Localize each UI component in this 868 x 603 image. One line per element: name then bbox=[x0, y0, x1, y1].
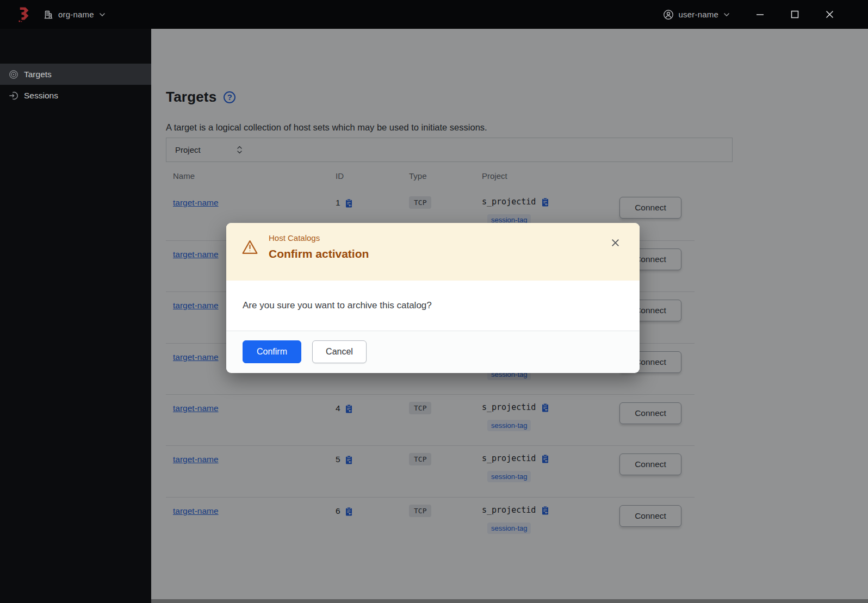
dialog-footer: Confirm Cancel bbox=[226, 331, 640, 372]
close-window-button[interactable] bbox=[825, 10, 834, 19]
sidebar-item-label: Sessions bbox=[24, 91, 58, 101]
cancel-button[interactable]: Cancel bbox=[312, 340, 367, 363]
chevron-down-icon bbox=[99, 13, 106, 17]
app-titlebar: org-name user-name bbox=[0, 0, 868, 29]
sidebar: Targets Sessions bbox=[0, 29, 151, 603]
sessions-icon bbox=[9, 91, 18, 101]
target-icon bbox=[9, 70, 18, 79]
dialog-context: Host Catalogs bbox=[269, 233, 369, 243]
chevron-down-icon bbox=[723, 13, 730, 17]
confirm-button[interactable]: Confirm bbox=[243, 340, 301, 363]
dialog-header: Host Catalogs Confirm activation bbox=[226, 223, 640, 281]
minimize-icon bbox=[755, 10, 765, 19]
org-switcher[interactable]: org-name bbox=[44, 10, 106, 20]
boundary-logo-icon bbox=[16, 7, 31, 23]
maximize-icon bbox=[790, 10, 799, 19]
sidebar-item-label: Targets bbox=[24, 70, 52, 79]
maximize-button[interactable] bbox=[790, 10, 799, 19]
sidebar-item-sessions[interactable]: Sessions bbox=[0, 85, 151, 106]
close-icon bbox=[825, 10, 834, 19]
window-bottom-edge bbox=[151, 599, 868, 603]
confirm-dialog: Host Catalogs Confirm activation Are you… bbox=[226, 223, 640, 373]
minimize-button[interactable] bbox=[755, 10, 765, 19]
dialog-title: Confirm activation bbox=[269, 247, 369, 260]
user-menu[interactable]: user-name bbox=[663, 9, 730, 20]
user-avatar-icon bbox=[663, 9, 674, 20]
dialog-close-button[interactable] bbox=[609, 236, 622, 250]
sidebar-item-targets[interactable]: Targets bbox=[0, 64, 151, 85]
user-name-label: user-name bbox=[679, 10, 719, 19]
dialog-body: Are you sure you want to archive this ca… bbox=[226, 281, 640, 331]
close-icon bbox=[611, 238, 620, 247]
warning-icon bbox=[241, 239, 258, 255]
org-name-label: org-name bbox=[58, 10, 94, 19]
org-building-icon bbox=[44, 10, 53, 20]
dialog-message: Are you sure you want to archive this ca… bbox=[243, 300, 432, 311]
